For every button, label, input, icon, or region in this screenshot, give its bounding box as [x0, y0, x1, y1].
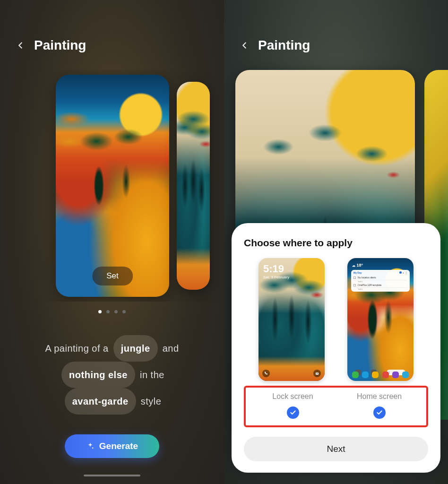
next-button[interactable]: Next [244, 437, 428, 461]
prompt-text: A painting of a jungle and nothing else … [0, 335, 224, 415]
lock-date: Sat, 3 February [263, 275, 320, 279]
selection-highlight: Lock screen Home screen [244, 386, 428, 427]
lock-screen-choice[interactable]: 5:19 Sat, 3 February [251, 258, 332, 381]
phone-app-icon [352, 372, 359, 378]
dock [350, 372, 411, 378]
home-screen-choice[interactable]: ☁ 18° My Day + ⋮ No locat [340, 258, 421, 381]
page-dots [0, 310, 224, 313]
back-icon[interactable] [15, 40, 26, 51]
wallpaper-card-peek[interactable] [177, 82, 210, 290]
chip-subject[interactable]: jungle [113, 335, 158, 362]
chip-style[interactable]: avant-garde [65, 388, 136, 415]
lock-screen-check[interactable] [287, 406, 299, 419]
header-left: Painting [0, 0, 224, 53]
home-indicator[interactable] [84, 475, 140, 476]
app-icon [372, 372, 379, 378]
home-screen-label: Home screen [357, 392, 402, 401]
back-icon[interactable] [239, 40, 250, 51]
dot [122, 310, 126, 313]
lock-screen-preview: 5:19 Sat, 3 February [258, 258, 325, 381]
sheet-title: Choose where to apply [244, 237, 428, 249]
home-screen-preview: ☁ 18° My Day + ⋮ No locat [347, 258, 414, 381]
tasks-widget: My Day + ⋮ No location alerts Tasks OneP… [351, 270, 410, 292]
wallpaper-card-main[interactable]: Set [56, 75, 169, 297]
page-title: Painting [258, 38, 310, 53]
generate-button[interactable]: Generate [65, 434, 159, 458]
dot [98, 310, 102, 313]
page-title: Painting [34, 38, 86, 53]
dot [114, 310, 118, 313]
home-screen-check[interactable] [373, 406, 386, 419]
lock-screen-label: Lock screen [272, 392, 313, 401]
messages-app-icon [362, 372, 369, 378]
app-icon [402, 372, 409, 378]
sparkle-icon [86, 442, 95, 450]
wallpaper-carousel[interactable]: Set [0, 70, 224, 302]
set-button[interactable]: Set [92, 267, 133, 285]
camera-icon [313, 370, 321, 377]
chip-modifier[interactable]: nothing else [61, 362, 135, 388]
app-icon [382, 372, 389, 378]
dot [106, 310, 110, 313]
header-right: Painting [224, 0, 448, 53]
app-icon [392, 372, 399, 378]
lock-time: 5:19 [263, 264, 320, 274]
phone-icon [262, 370, 270, 377]
right-screenshot: Painting Choose where to apply 5:19 Sat,… [224, 0, 448, 484]
apply-choices: 5:19 Sat, 3 February [244, 258, 428, 381]
apply-sheet: Choose where to apply 5:19 Sat, 3 Februa… [232, 223, 440, 473]
svg-point-1 [317, 373, 318, 374]
weather-widget: ☁ 18° [350, 262, 411, 268]
left-screenshot: Painting Set A painting of a jungle and … [0, 0, 224, 484]
